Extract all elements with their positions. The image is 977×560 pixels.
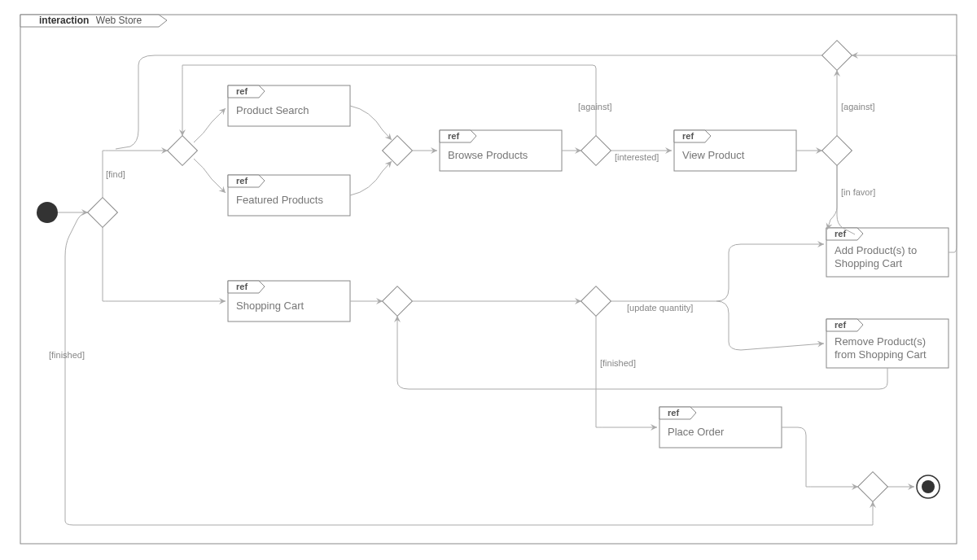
edge-search-to-merge — [350, 106, 392, 140]
svg-text:View Product: View Product — [682, 149, 745, 161]
final-node — [917, 475, 940, 498]
guard-against-browse: [against] — [578, 102, 612, 112]
ref-browse-products: ref Browse Products — [440, 130, 562, 171]
guard-finished: [finished] — [600, 358, 636, 368]
svg-text:interaction
    Web Store: interaction Web Store — [39, 12, 142, 26]
decision-main — [88, 198, 118, 228]
svg-text:Remove Product(s): Remove Product(s) — [835, 335, 926, 348]
ref-shopping-cart: ref Shopping Cart — [228, 281, 350, 322]
edge-d2-to-search — [194, 108, 226, 142]
svg-text:Featured Products: Featured Products — [236, 194, 323, 206]
edge-infavor-down — [837, 165, 855, 234]
svg-text:Shopping Cart: Shopping Cart — [835, 257, 902, 269]
edge-infavor-visible — [827, 165, 837, 230]
svg-rect-2 — [168, 136, 198, 166]
svg-text:ref: ref — [835, 229, 846, 238]
ref-remove-from-cart: ref Remove Product(s) from Shopping Cart — [826, 319, 949, 368]
edge-placeorder-to-final-merge — [782, 427, 858, 487]
guard-find: [find] — [106, 169, 125, 179]
svg-text:ref: ref — [682, 131, 694, 141]
svg-text:Browse Products: Browse Products — [448, 149, 528, 161]
svg-text:Shopping Cart: Shopping Cart — [236, 300, 304, 312]
svg-text:from Shopping Cart: from Shopping Cart — [835, 348, 927, 361]
ref-product-search: ref Product Search — [228, 85, 350, 126]
ref-place-order: ref Place Order — [659, 407, 782, 448]
edge-add-to-topmerge — [852, 55, 957, 252]
svg-text:ref: ref — [835, 320, 846, 330]
decision-after-view — [822, 136, 852, 166]
guard-against-view: [against] — [841, 102, 875, 112]
decision-cart-action — [581, 287, 611, 317]
frame-keyword: interaction — [39, 15, 89, 26]
svg-text:ref: ref — [236, 86, 248, 96]
edge-d2-to-featured — [194, 159, 226, 193]
svg-rect-1 — [88, 198, 118, 228]
edge-featured-to-merge — [350, 161, 392, 195]
merge-top-feedback — [822, 41, 852, 71]
svg-point-37 — [922, 480, 935, 493]
edge-d1-to-cart — [103, 227, 226, 301]
svg-rect-30 — [383, 287, 413, 317]
svg-rect-13 — [581, 136, 611, 166]
ref-add-to-cart: ref Add Product(s) to Shopping Cart — [826, 228, 949, 277]
svg-text:Product Search: Product Search — [236, 104, 309, 116]
svg-text:Add Product(s) to: Add Product(s) to — [835, 244, 917, 256]
svg-text:ref: ref — [236, 176, 248, 186]
svg-text:ref: ref — [668, 408, 679, 418]
merge-after-cart — [383, 287, 413, 317]
frame-name: Web Store — [96, 15, 142, 26]
decision-find — [168, 136, 198, 166]
svg-rect-31 — [581, 287, 611, 317]
merge-before-browse — [383, 136, 413, 166]
edge-update-to-add — [716, 244, 824, 301]
edge-d1-finished-to-finalmerge — [65, 212, 873, 525]
guard-finished-left: [finished] — [49, 350, 85, 360]
svg-rect-9 — [383, 136, 413, 166]
edge-update-to-remove — [716, 301, 824, 350]
svg-rect-18 — [822, 41, 852, 71]
ref-featured-products: ref Featured Products — [228, 175, 350, 216]
initial-node — [37, 202, 58, 223]
decision-after-browse — [581, 136, 611, 166]
frame-border — [20, 15, 957, 544]
guard-interested: [interested] — [615, 152, 659, 162]
svg-text:ref: ref — [448, 131, 459, 141]
edge-remove-to-mergecart — [397, 316, 887, 389]
guard-update-quantity: [update quantity] — [627, 303, 693, 313]
interaction-overview-diagram: interaction Web Store ref Product Search… — [0, 0, 977, 560]
edge-finished-to-placeorder — [596, 316, 657, 427]
guard-in-favor: [in favor] — [841, 187, 875, 197]
ref-view-product: ref View Product — [674, 130, 796, 171]
svg-rect-35 — [858, 472, 888, 502]
svg-rect-17 — [822, 136, 852, 166]
merge-before-final — [858, 472, 888, 502]
svg-text:Place Order: Place Order — [668, 426, 725, 438]
svg-text:ref: ref — [236, 282, 248, 291]
